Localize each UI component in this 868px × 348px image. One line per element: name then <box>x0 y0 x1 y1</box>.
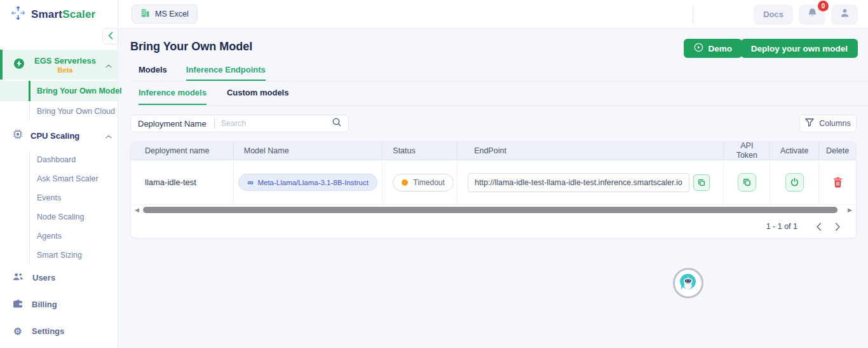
column-header-api-token[interactable]: API Token <box>724 142 770 160</box>
subtab-label: Inference models <box>139 88 207 97</box>
model-name-value: Meta-Llama/Llama-3.1-8B-Instruct <box>257 179 368 186</box>
scrollbar-thumb[interactable] <box>143 207 837 213</box>
power-icon <box>790 177 799 187</box>
copy-endpoint-button[interactable] <box>693 174 710 191</box>
deployment-name-value: llama-idle-test <box>145 177 196 187</box>
ms-excel-label: MS Excel <box>155 10 189 18</box>
status-cell: Timedout <box>383 160 458 204</box>
pagination-previous-button[interactable] <box>813 220 824 233</box>
sidebar: SmartScaler EGS Serverless Beta Bring Yo… <box>0 0 118 348</box>
brand-logo[interactable]: SmartScaler <box>0 0 118 29</box>
sidebar-item-label: Smart Sizing <box>37 251 82 260</box>
activate-cell <box>770 160 819 204</box>
chatbot-robot-icon <box>679 272 698 294</box>
chevron-up-icon <box>105 59 112 71</box>
egs-section-label: EGS Serverless <box>31 56 100 66</box>
sidebar-section-cpu-scaling[interactable]: CPU Scaling <box>0 126 118 145</box>
column-header-delete[interactable]: Delete <box>819 142 856 160</box>
tab-inference-endpoints[interactable]: Inference Endpoints <box>186 65 266 81</box>
subtab-custom-models[interactable]: Custom models <box>227 88 289 105</box>
columns-button[interactable]: Columns <box>799 115 857 132</box>
subtab-inference-models[interactable]: Inference models <box>139 88 207 105</box>
sidebar-item-dashboard[interactable]: Dashboard <box>0 150 118 169</box>
search-icon <box>332 118 341 129</box>
table-header-row: Deployment name Model Name Status EndPoi… <box>131 142 856 160</box>
copy-icon <box>697 178 706 187</box>
horizontal-scrollbar: ◀ ▶ <box>131 205 856 215</box>
pagination-range-label: 1 - 1 of 1 <box>766 222 797 231</box>
sidebar-collapse-button[interactable] <box>102 28 118 45</box>
sidebar-item-label: Bring Your Own Model <box>37 87 122 95</box>
deployment-name-search: Deployment Name <box>130 115 349 132</box>
copy-icon <box>742 177 752 187</box>
user-profile-button[interactable] <box>831 4 858 25</box>
scroll-left-arrow-icon[interactable]: ◀ <box>135 206 139 214</box>
sidebar-item-ask-smart-scaler[interactable]: Ask Smart Scaler <box>0 169 118 188</box>
bell-icon <box>807 8 818 21</box>
sidebar-item-label: Node Scaling <box>37 212 84 221</box>
sidebar-item-smart-sizing[interactable]: Smart Sizing <box>0 246 118 265</box>
meta-icon: ∞ <box>247 178 253 186</box>
column-header-deployment-name[interactable]: Deployment name <box>131 142 234 160</box>
topbar-divider <box>693 6 693 24</box>
docs-button[interactable]: Docs <box>754 4 793 25</box>
egs-section-labels: EGS Serverless Beta <box>31 56 100 74</box>
sidebar-item-bring-your-own-model[interactable]: Bring Your Own Model <box>0 81 118 101</box>
sidebar-item-billing[interactable]: Billing <box>0 293 118 315</box>
notifications-button[interactable]: 0 <box>799 4 825 25</box>
column-header-endpoint[interactable]: EndPoint <box>458 142 724 160</box>
pagination-next-button[interactable] <box>832 220 843 233</box>
deployment-name-cell: llama-idle-test <box>131 160 234 204</box>
chatbot-launcher[interactable] <box>673 268 703 298</box>
brand-name: SmartScaler <box>31 8 95 21</box>
spreadsheet-icon <box>140 8 150 20</box>
delete-button[interactable] <box>833 177 843 188</box>
column-header-status[interactable]: Status <box>383 142 458 160</box>
sidebar-item-users[interactable]: Users <box>0 267 118 288</box>
activate-power-button[interactable] <box>785 173 804 191</box>
api-token-cell <box>724 160 770 204</box>
tab-label: Inference Endpoints <box>186 65 266 74</box>
filter-funnel-icon <box>805 118 814 129</box>
sidebar-item-label: Settings <box>32 326 64 336</box>
endpoint-url[interactable]: http://llama-idle-test-llama-idle-test.i… <box>468 173 689 192</box>
scroll-right-arrow-icon[interactable]: ▶ <box>848 206 852 214</box>
sidebar-item-settings[interactable]: ⚙ Settings <box>0 320 118 342</box>
status-value: Timedout <box>413 178 445 187</box>
model-name-cell: ∞ Meta-Llama/Llama-3.1-8B-Instruct <box>234 160 383 204</box>
deploy-your-own-model-button[interactable]: Deploy your own model <box>741 39 858 58</box>
sidebar-item-label: Agents <box>37 232 62 240</box>
cpu-section-label: CPU Scaling <box>31 131 98 141</box>
notification-badge: 0 <box>818 1 829 11</box>
sidebar-section-egs-serverless[interactable]: EGS Serverless Beta <box>0 50 118 80</box>
status-badge: Timedout <box>393 174 454 191</box>
topbar: MS Excel Docs 0 <box>118 0 868 29</box>
sidebar-item-agents[interactable]: Agents <box>0 226 118 246</box>
sidebar-item-label: Dashboard <box>37 155 76 164</box>
tab-label: Models <box>139 65 167 74</box>
column-header-model-name[interactable]: Model Name <box>234 142 383 160</box>
model-name-chip[interactable]: ∞ Meta-Llama/Llama-3.1-8B-Instruct <box>238 174 377 191</box>
copy-api-token-button[interactable] <box>738 173 756 191</box>
egs-subnav: Bring Your Own Model Bring Your Own Clou… <box>0 81 118 122</box>
demo-button[interactable]: Demo <box>684 39 742 58</box>
docs-label: Docs <box>763 10 783 19</box>
lightning-bolt-icon <box>13 58 25 72</box>
sidebar-item-node-scaling[interactable]: Node Scaling <box>0 207 118 226</box>
tab-models[interactable]: Models <box>139 65 167 81</box>
search-field-label: Deployment Name <box>138 119 207 129</box>
sidebar-item-label: Ask Smart Scaler <box>37 174 98 183</box>
status-dot-icon <box>402 179 408 186</box>
tabs-bar: Models Inference Endpoints <box>130 65 868 81</box>
search-divider <box>214 118 215 129</box>
beta-badge: Beta <box>31 66 100 74</box>
search-input[interactable] <box>221 119 332 128</box>
smartscaler-logo-icon <box>10 5 26 24</box>
column-header-activate[interactable]: Activate <box>770 142 819 160</box>
ms-excel-button[interactable]: MS Excel <box>132 4 198 24</box>
sidebar-item-bring-your-own-cloud[interactable]: Bring Your Own Cloud <box>0 101 118 122</box>
endpoint-cell: http://llama-idle-test-llama-idle-test.i… <box>458 160 724 204</box>
sidebar-item-label: Billing <box>32 300 57 309</box>
sidebar-item-events[interactable]: Events <box>0 188 118 207</box>
deploy-label: Deploy your own model <box>751 44 848 53</box>
